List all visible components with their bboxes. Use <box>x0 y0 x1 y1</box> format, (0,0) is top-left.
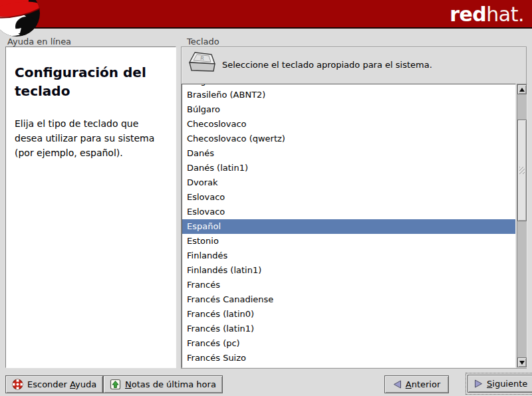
release-notes-label: Notas de última hora <box>125 379 216 389</box>
wordmark-hat: hat. <box>486 3 524 26</box>
list-item[interactable]: Brasileño (ABNT2) <box>182 88 515 102</box>
redhat-wordmark: redhat. <box>450 3 524 26</box>
scroll-down-button[interactable] <box>517 357 527 367</box>
list-item[interactable]: Francés (pc) <box>182 336 515 351</box>
list-scrollbar[interactable] <box>517 84 527 368</box>
release-notes-icon <box>110 379 121 390</box>
list-item[interactable]: Francés (latin0) <box>182 307 515 322</box>
arrow-up-icon <box>519 88 525 92</box>
next-button[interactable]: Siguiente <box>467 375 532 393</box>
list-item[interactable]: Eslovaco <box>182 205 515 219</box>
list-item[interactable]: Estonio <box>182 234 515 248</box>
hide-help-button[interactable]: Esconder Ayuda <box>5 375 103 393</box>
scrollbar-thumb[interactable] <box>517 120 527 221</box>
hide-help-label: Esconder Ayuda <box>27 379 96 389</box>
release-notes-button[interactable]: Notas de última hora <box>103 375 223 393</box>
list-item[interactable]: Búlgaro <box>182 102 515 117</box>
list-item[interactable]: Danés (latin1) <box>182 161 515 175</box>
redhat-shadowman-logo-icon <box>0 0 43 39</box>
list-item[interactable]: Danés <box>182 146 515 161</box>
instruction-text: Seleccione el teclado apropiado para el … <box>222 60 432 70</box>
next-button-focus-ring: Siguiente <box>466 373 532 395</box>
keyboard-key-icon: R <box>186 50 217 77</box>
list-item[interactable]: Dvorak <box>182 175 515 190</box>
wordmark-red: red <box>450 3 486 26</box>
list-item[interactable]: Francés Suizo <box>182 351 515 365</box>
list-item[interactable]: Eslovaco <box>182 190 515 205</box>
next-label: Siguiente <box>487 379 527 389</box>
scrollbar-grip-icon <box>519 167 525 174</box>
list-item[interactable]: Finlandés (latin1) <box>182 263 515 278</box>
list-item[interactable]: Checoslovaco (qwertz) <box>182 132 515 146</box>
list-item[interactable]: Francés <box>182 278 515 292</box>
help-title: Configuración del teclado <box>15 63 166 100</box>
help-body-text: Elija el tipo de teclado que desea utili… <box>15 116 166 160</box>
keyboard-list[interactable]: Belga (be-latin1)Brasileño (ABNT2)Búlgar… <box>182 84 516 368</box>
back-button[interactable]: Anterior <box>384 375 449 393</box>
keyboard-frame-label: Teclado <box>186 37 221 47</box>
arrow-right-icon <box>474 379 483 388</box>
list-item-selected[interactable]: Español <box>182 219 515 234</box>
arrow-left-icon <box>393 380 402 389</box>
list-item[interactable]: Checoslovaco <box>182 117 515 132</box>
list-item[interactable]: Francés Canadiense <box>182 292 515 307</box>
installer-window: redhat. Ayuda en línea Teclado Configura… <box>0 0 532 396</box>
lifebuoy-help-icon <box>12 379 23 390</box>
list-item[interactable]: Finlandés <box>182 248 515 263</box>
list-item[interactable]: Francés (latin1) <box>182 322 515 336</box>
online-help-panel: Configuración del teclado Elija el tipo … <box>5 47 176 368</box>
scroll-up-button[interactable] <box>517 84 527 94</box>
arrow-down-icon <box>519 361 525 365</box>
back-label: Anterior <box>406 379 441 389</box>
